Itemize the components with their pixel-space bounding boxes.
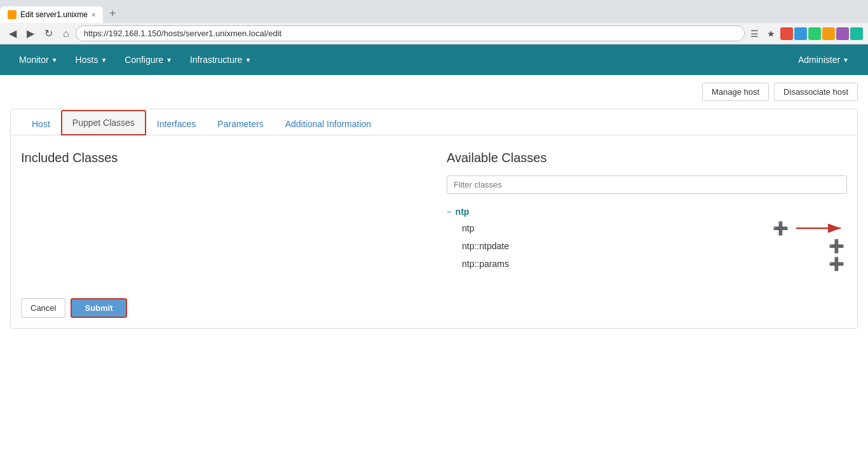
new-tab-btn[interactable]: + [103, 4, 121, 23]
class-item-ntp: ntp ➕ [462, 219, 847, 237]
hosts-dropdown-arrow: ▼ [100, 57, 107, 64]
arrow-annotation [796, 222, 847, 235]
class-item-ntp-params-label: ntp::params [462, 259, 826, 269]
nav-infrastructure[interactable]: Infrastructure ▼ [181, 45, 260, 75]
classes-container: Included Classes Available Classes − ntp [21, 151, 847, 273]
infrastructure-dropdown-arrow: ▼ [245, 57, 251, 64]
submit-button[interactable]: Submit [71, 298, 126, 318]
icon-green [808, 27, 821, 40]
cancel-button[interactable]: Cancel [21, 298, 65, 318]
tab-host[interactable]: Host [21, 112, 61, 135]
group-name-ntp: ntp [456, 207, 470, 217]
tab-favicon [8, 10, 17, 19]
add-ntp-ntpdate-btn[interactable]: ➕ [826, 240, 847, 252]
configure-dropdown-arrow: ▼ [166, 57, 172, 64]
back-btn[interactable]: ◀ [5, 26, 20, 41]
administer-dropdown-arrow: ▼ [843, 57, 849, 64]
browser-tab[interactable]: Edit server1.unixme × [0, 6, 103, 23]
collapse-icon: − [447, 207, 452, 217]
available-classes-title: Available Classes [447, 151, 847, 165]
tab-parameters[interactable]: Parameters [207, 112, 274, 135]
bottom-actions: Cancel Submit [11, 288, 857, 328]
included-classes-title: Included Classes [21, 151, 421, 165]
tab-content: Included Classes Available Classes − ntp [11, 135, 857, 288]
class-group-ntp: − ntp ntp ➕ [447, 204, 847, 273]
toolbar-icons: ☰ ★ [747, 27, 863, 41]
icon-teal [850, 27, 863, 40]
forward-btn[interactable]: ▶ [23, 26, 38, 41]
tab-title: Edit server1.unixme [20, 10, 88, 19]
action-row: Manage host Disassociate host [0, 75, 868, 109]
arrow-svg [796, 222, 847, 235]
filter-classes-input[interactable] [447, 175, 847, 194]
icon-orange [822, 27, 835, 40]
icon-purple [836, 27, 849, 40]
tab-puppet-classes[interactable]: Puppet Classes [61, 110, 146, 135]
star-icon[interactable]: ★ [764, 27, 778, 41]
available-classes-panel: Available Classes − ntp ntp ➕ [447, 151, 847, 273]
icon-blue [794, 27, 807, 40]
app-navbar: Monitor ▼ Hosts ▼ Configure ▼ Infrastruc… [0, 45, 868, 75]
class-item-ntp-params: ntp::params ➕ [462, 255, 847, 273]
class-group-ntp-header[interactable]: − ntp [447, 204, 847, 219]
nav-configure[interactable]: Configure ▼ [116, 45, 181, 75]
nav-administer[interactable]: Administer ▼ [789, 45, 858, 75]
manage-host-btn[interactable]: Manage host [702, 83, 769, 101]
class-item-ntp-label: ntp [462, 223, 770, 233]
class-list-ntp: ntp ➕ [462, 219, 847, 273]
main-content: Host Puppet Classes Interfaces Parameter… [0, 109, 868, 339]
add-ntp-params-btn[interactable]: ➕ [826, 257, 847, 270]
included-classes-panel: Included Classes [21, 151, 421, 273]
tab-close-btn[interactable]: × [92, 11, 95, 18]
icon-red [780, 27, 793, 40]
nav-monitor[interactable]: Monitor ▼ [10, 45, 67, 75]
disassociate-host-btn[interactable]: Disassociate host [774, 83, 858, 101]
monitor-dropdown-arrow: ▼ [51, 57, 58, 64]
class-item-ntp-ntpdate-label: ntp::ntpdate [462, 241, 826, 251]
refresh-btn[interactable]: ↻ [41, 26, 57, 41]
tab-additional-information[interactable]: Additional Information [275, 112, 382, 135]
nav-hosts[interactable]: Hosts ▼ [67, 45, 116, 75]
tabs-bar: Host Puppet Classes Interfaces Parameter… [11, 109, 857, 135]
content-card: Host Puppet Classes Interfaces Parameter… [10, 109, 858, 329]
add-ntp-btn[interactable]: ➕ [770, 222, 791, 235]
class-item-ntp-ntpdate: ntp::ntpdate ➕ [462, 237, 847, 255]
extensions-icon[interactable]: ☰ [747, 27, 761, 41]
url-bar[interactable] [76, 25, 745, 41]
home-btn[interactable]: ⌂ [59, 27, 73, 41]
tab-interfaces[interactable]: Interfaces [146, 112, 207, 135]
